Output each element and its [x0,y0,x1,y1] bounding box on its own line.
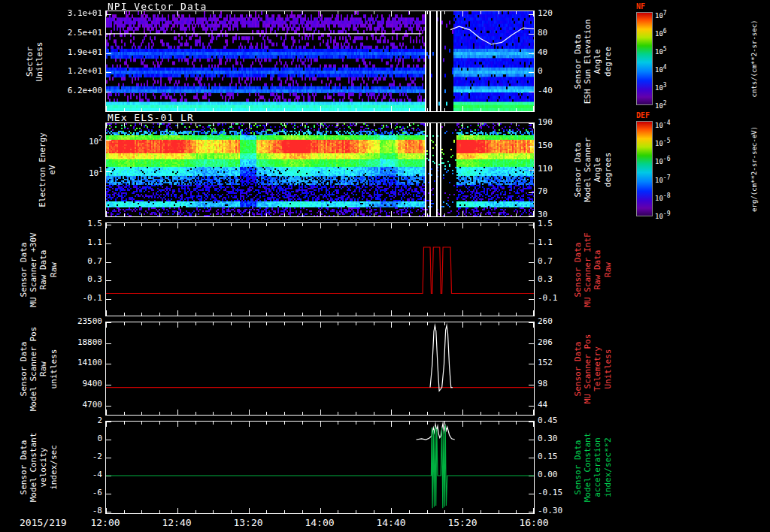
npi-spectrogram-canvas [106,11,534,111]
panel-title-els: MEx ELS-01 LR [108,112,194,123]
colorbar-tick: 104 [655,64,667,74]
mu-scanner-30v-left-tick: 1.5 [42,219,102,228]
x-axis-tick-label: 15:20 [440,517,485,528]
colorbar-tick: 10-5 [655,138,670,147]
x-axis-tick-label: 14:00 [297,517,342,528]
colorbar-tick: 106 [655,28,667,38]
model-constant-left-tick: 2 [42,416,102,425]
colorbar-tick: 10-4 [655,119,670,129]
model-constant-left-axis-label: Sensor Data Model Constant velocity inde… [19,433,59,503]
model-constant-canvas [106,422,534,513]
panel-title-npi: NPI Vector Data [108,1,207,12]
colorbar-unit-NF: cnts/(cm**2-sr-sec) [750,20,759,98]
els-energy-left-axis-label: Electron Energy eV [38,132,57,207]
mu-scanner-30v-panel [105,222,535,316]
colorbar-tick: 10-8 [655,192,670,202]
model-constant-panel [105,421,535,514]
els-spectrogram-canvas [106,123,534,216]
colorbar-title-DEF: DEF [636,111,650,119]
x-axis-tick-label: 12:40 [154,517,199,528]
els-spectrogram-panel [105,122,535,217]
model-scanner-pos-canvas [106,322,534,415]
colorbar-tick: 105 [655,46,667,56]
npi-sector-left-tick: 1.2e+01 [42,67,102,76]
colorbar-tick: 107 [655,10,667,20]
npi-sector-left-tick: 2.5e+01 [42,29,102,38]
x-axis-tick-label: 16:00 [511,517,556,528]
colorbar-tick: 10-6 [655,156,670,165]
colorbar-tick: 103 [655,82,667,92]
model-scanner-pos-left-axis-label: Sensor Data Model Scanner Pos Raw unitle… [19,326,59,411]
npi-sector-left-tick: 1.9e+01 [42,48,102,57]
model-constant-left-tick: -8 [42,506,102,515]
model-scanner-pos-right-tick: 260 [538,317,578,326]
npi-sector-left-tick: 3.1e+01 [42,9,102,18]
colorbar-tick: 102 [655,100,667,110]
colorbar-tick: 10-7 [655,174,670,184]
mu-scanner-30v-canvas [106,223,534,316]
npi-sector-left-tick: 6.2e+00 [42,86,102,95]
model-scanner-pos-right-axis-label: Sensor Data MU Scanner Pos Telemetry Uni… [573,334,613,404]
model-constant-right-tick: -0.30 [538,506,578,515]
colorbar-unit-DEF: erg/(cm**2-sr-sec-eV) [750,126,759,212]
x-axis-tick-label: 14:40 [368,517,414,528]
els-energy-right-tick: 30 [538,210,578,219]
npi-sector-right-axis-label: Sensor Data ESH Sun Elevation Angle degr… [573,19,613,104]
mu-scanner-30v-right-axis-label: Sensor Data MU Scanner IntF Raw Data Raw [573,232,613,307]
date-label: 2015/219 [20,517,67,528]
plot-screen: NPI Vector Data MEx ELS-01 LR 2015/219 3… [0,0,770,532]
colorbar-tick: 10-9 [655,210,670,220]
model-scanner-pos-left-tick: 23500 [42,317,102,326]
model-constant-right-tick: 0.45 [538,416,578,425]
npi-sector-right-tick: 120 [538,9,578,18]
els-energy-right-tick: 190 [538,118,578,127]
mu-scanner-30v-left-axis-label: Sensor Data MU Scanner +30V Raw Data Raw [19,232,59,307]
colorbar-DEF [636,121,653,216]
x-axis-tick-label: 13:20 [226,517,271,528]
mu-scanner-30v-right-tick: 1.5 [538,219,578,228]
colorbar-NF [636,12,653,105]
model-scanner-pos-panel [105,322,535,416]
npi-spectrogram-panel [105,11,535,112]
colorbar-title-NF: NF [636,2,645,11]
model-constant-right-axis-label: Sensor Data Model Constant acceleration … [573,433,613,503]
npi-sector-left-axis-label: Sector Unitless [25,41,44,81]
els-energy-right-axis-label: Sensor Data Model Scanner Angle degrees [573,138,613,202]
x-axis-tick-label: 12:00 [83,517,128,528]
